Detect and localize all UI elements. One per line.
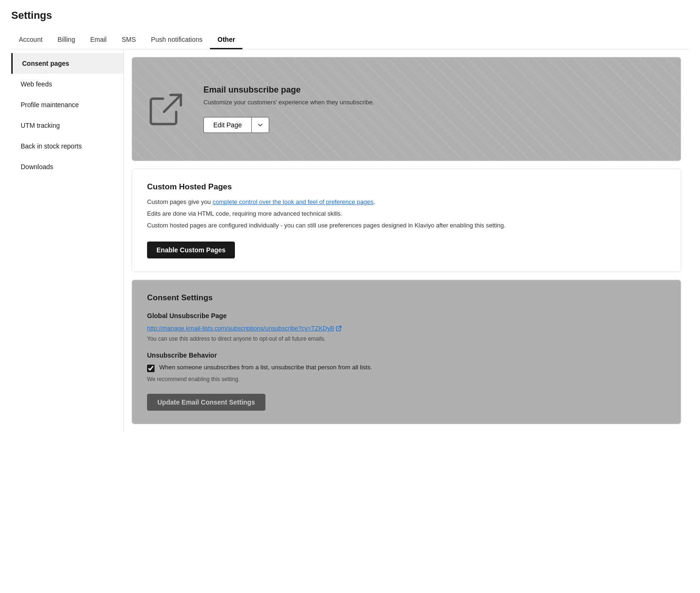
update-email-consent-button[interactable]: Update Email Consent Settings bbox=[147, 394, 265, 411]
recommend-text: We recommend enabling this setting. bbox=[147, 376, 666, 382]
tab-account[interactable]: Account bbox=[11, 31, 50, 49]
unsubscribe-section-card: Email unsubscribe page Customize your cu… bbox=[132, 57, 681, 161]
edit-page-btn-group: Edit Page bbox=[203, 117, 374, 133]
sidebar-item-utm-tracking[interactable]: UTM tracking bbox=[11, 115, 124, 136]
unsubscribe-info: Email unsubscribe page Customize your cu… bbox=[203, 85, 374, 133]
sidebar-item-web-feeds[interactable]: Web feeds bbox=[11, 74, 124, 94]
tabs-bar: Account Billing Email SMS Push notificat… bbox=[11, 31, 689, 49]
custom-pages-desc-3: Custom hosted pages are configured indiv… bbox=[147, 221, 666, 231]
unsubscribe-all-lists-checkbox[interactable] bbox=[147, 365, 155, 372]
custom-pages-card: Custom Hosted Pages Custom pages give yo… bbox=[132, 169, 681, 272]
custom-pages-section-card: Custom Hosted Pages Custom pages give yo… bbox=[132, 169, 681, 272]
global-unsubscribe-title: Global Unsubscribe Page bbox=[147, 312, 666, 320]
custom-pages-desc-1: Custom pages give you complete control o… bbox=[147, 197, 666, 207]
consent-title: Consent Settings bbox=[147, 293, 666, 303]
global-unsubscribe-desc: You can use this address to direct anyon… bbox=[147, 336, 666, 342]
unsubscribe-behavior-title: Unsubscribe Behavior bbox=[147, 351, 666, 359]
sidebar-item-consent-pages[interactable]: Consent pages bbox=[11, 53, 124, 74]
sidebar-item-back-in-stock[interactable]: Back in stock reports bbox=[11, 136, 124, 156]
edit-page-dropdown-button[interactable] bbox=[251, 117, 269, 133]
sidebar: Consent pages Web feeds Profile maintena… bbox=[11, 49, 124, 432]
tab-email[interactable]: Email bbox=[83, 31, 114, 49]
global-unsubscribe-link[interactable]: http://manage.kmail-lists.com/subscripti… bbox=[147, 325, 342, 332]
unsubscribe-checkbox-row: When someone unsubscribes from a list, u… bbox=[147, 364, 666, 372]
consent-card: Consent Settings Global Unsubscribe Page… bbox=[132, 280, 681, 424]
main-content: Consent pages Web feeds Profile maintena… bbox=[11, 49, 689, 432]
unsubscribe-card: Email unsubscribe page Customize your cu… bbox=[132, 57, 681, 161]
share-icon bbox=[147, 90, 185, 128]
tab-other[interactable]: Other bbox=[210, 31, 242, 49]
custom-pages-title: Custom Hosted Pages bbox=[147, 182, 666, 192]
unsubscribe-description: Customize your customers' experience whe… bbox=[203, 99, 374, 106]
custom-pages-link[interactable]: complete control over the look and feel … bbox=[212, 198, 373, 205]
consent-section-card: Consent Settings Global Unsubscribe Page… bbox=[132, 280, 681, 424]
sidebar-item-profile-maintenance[interactable]: Profile maintenance bbox=[11, 94, 124, 115]
content-area: Email unsubscribe page Customize your cu… bbox=[124, 49, 689, 432]
tab-billing[interactable]: Billing bbox=[50, 31, 83, 49]
unsubscribe-checkbox-label: When someone unsubscribes from a list, u… bbox=[159, 364, 372, 371]
tab-push-notifications[interactable]: Push notifications bbox=[143, 31, 210, 49]
page-wrapper: Settings Account Billing Email SMS Push … bbox=[0, 0, 700, 441]
custom-pages-link-suffix: . bbox=[373, 198, 375, 205]
external-link-icon bbox=[336, 326, 342, 331]
custom-pages-desc-2: Edits are done via HTML code, requiring … bbox=[147, 209, 666, 219]
custom-pages-desc-prefix: Custom pages give you bbox=[147, 198, 212, 205]
chevron-down-icon bbox=[257, 122, 263, 128]
unsubscribe-behavior-section: Unsubscribe Behavior When someone unsubs… bbox=[147, 351, 666, 382]
tab-sms[interactable]: SMS bbox=[114, 31, 143, 49]
edit-page-button[interactable]: Edit Page bbox=[203, 117, 251, 133]
global-unsubscribe-url-text: http://manage.kmail-lists.com/subscripti… bbox=[147, 325, 334, 332]
consent-link-wrapper: http://manage.kmail-lists.com/subscripti… bbox=[147, 324, 666, 336]
sidebar-item-downloads[interactable]: Downloads bbox=[11, 156, 124, 177]
enable-custom-pages-button[interactable]: Enable Custom Pages bbox=[147, 242, 235, 258]
page-title: Settings bbox=[11, 9, 689, 22]
unsubscribe-title: Email unsubscribe page bbox=[203, 85, 374, 95]
